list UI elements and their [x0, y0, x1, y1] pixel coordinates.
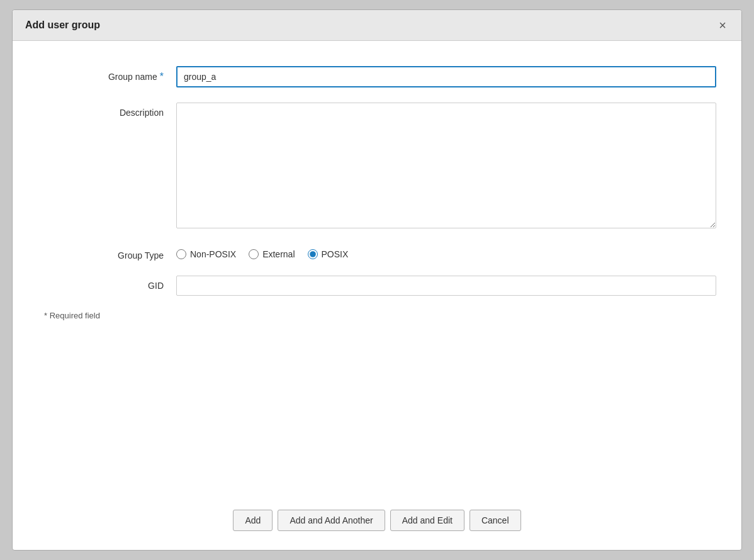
group-name-input-container: [176, 66, 716, 87]
add-user-group-dialog: Add user group × Group name* Description…: [12, 9, 742, 551]
group-name-row: Group name*: [38, 66, 716, 87]
description-textarea[interactable]: [176, 103, 716, 228]
required-note: * Required field: [38, 311, 716, 320]
group-type-options: Non-POSIX External POSIX: [176, 245, 716, 259]
radio-external-input[interactable]: [249, 249, 259, 259]
add-button[interactable]: Add: [233, 510, 273, 531]
dialog-footer: Add Add and Add Another Add and Edit Can…: [13, 497, 741, 550]
group-name-input[interactable]: [176, 66, 716, 87]
group-type-label: Group Type: [38, 245, 176, 260]
gid-input[interactable]: [176, 276, 716, 296]
radio-non-posix[interactable]: Non-POSIX: [176, 249, 236, 259]
dialog-header: Add user group ×: [13, 10, 741, 41]
description-label: Description: [38, 103, 176, 118]
radio-group: Non-POSIX External POSIX: [176, 245, 716, 259]
radio-posix-label: POSIX: [322, 249, 349, 259]
gid-input-container: [176, 276, 716, 296]
description-input-container: [176, 103, 716, 230]
radio-posix-input[interactable]: [308, 249, 318, 259]
radio-external-label: External: [262, 249, 295, 259]
radio-non-posix-label: Non-POSIX: [190, 249, 236, 259]
add-and-add-another-button[interactable]: Add and Add Another: [278, 510, 385, 531]
group-type-row: Group Type Non-POSIX External POSIX: [38, 245, 716, 260]
gid-row: GID: [38, 276, 716, 296]
group-name-label: Group name*: [38, 66, 176, 82]
required-star: *: [160, 71, 164, 82]
add-and-edit-button[interactable]: Add and Edit: [390, 510, 464, 531]
description-row: Description: [38, 103, 716, 230]
radio-external[interactable]: External: [249, 249, 295, 259]
radio-non-posix-input[interactable]: [176, 249, 186, 259]
cancel-button[interactable]: Cancel: [470, 510, 521, 531]
close-button[interactable]: ×: [716, 19, 729, 31]
dialog-body: Group name* Description Group Type Non-P…: [13, 41, 741, 497]
dialog-title: Add user group: [25, 20, 100, 31]
radio-posix[interactable]: POSIX: [308, 249, 349, 259]
gid-label: GID: [38, 276, 176, 291]
